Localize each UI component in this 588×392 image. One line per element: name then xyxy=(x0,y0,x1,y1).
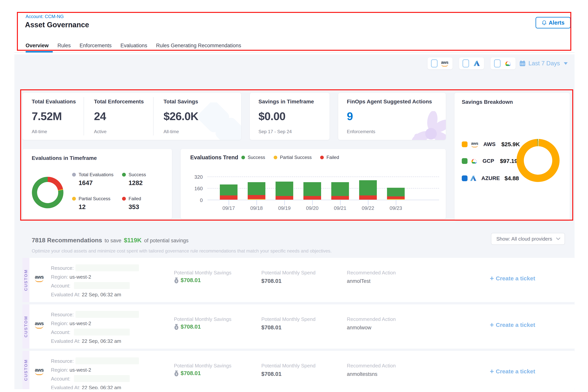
finops-actions-label: FinOps Agent Suggested Actions xyxy=(347,98,432,105)
total-evaluations-value: 7.52M xyxy=(32,110,62,122)
tab-enforcements[interactable]: Enforcements xyxy=(80,43,112,48)
breakdown-value: $25.9K xyxy=(501,141,520,148)
money-bag-icon: $ xyxy=(174,324,179,330)
bar-segment xyxy=(220,184,238,196)
evaluations-timeframe-card: Evaluations in Timeframe Total Evaluatio… xyxy=(22,149,172,219)
provider-filter-azure[interactable] xyxy=(459,58,484,69)
create-ticket-button[interactable]: + Create a ticket xyxy=(490,368,535,376)
account-label: Account: xyxy=(51,329,70,335)
x-axis-tick xyxy=(229,200,229,205)
gcp-checkbox[interactable] xyxy=(494,60,500,68)
bar-segment xyxy=(248,182,265,195)
spend-label: Potential Monthly Spend xyxy=(261,363,316,369)
aws-checkbox[interactable] xyxy=(431,60,438,68)
gcp-swatch xyxy=(462,158,468,164)
date-range-picker[interactable]: Last 7 Days xyxy=(519,58,568,68)
svg-text:$: $ xyxy=(176,280,177,283)
total-enforcements-sub: Active xyxy=(94,129,106,134)
trend-bars-plot xyxy=(208,171,440,200)
recommendations-mid: to save xyxy=(104,238,121,244)
success-dot-icon xyxy=(122,173,126,176)
savings-value-row: $ $708.01 xyxy=(174,324,201,330)
bar-segment xyxy=(248,199,265,200)
total-savings-label: Total Savings xyxy=(164,98,198,105)
active-tab-underline xyxy=(26,51,53,52)
bar-segment xyxy=(304,182,321,196)
azure-checkbox[interactable] xyxy=(462,60,469,68)
total-savings-sub: All-time xyxy=(164,129,179,134)
create-ticket-button[interactable]: + Create a ticket xyxy=(490,274,535,282)
bar-segment xyxy=(276,182,293,196)
aws-swatch xyxy=(462,142,468,147)
account-label: Account: xyxy=(51,283,70,289)
total-dot-icon xyxy=(72,173,76,176)
breakdown-provider: AWS xyxy=(483,141,496,148)
x-axis-label: 09/21 xyxy=(328,205,352,211)
create-ticket-button[interactable]: + Create a ticket xyxy=(490,321,535,329)
breakdown-legend-azure: AZURE $4.88 xyxy=(462,175,519,182)
bar-segment xyxy=(387,188,405,196)
x-axis-label: 09/20 xyxy=(301,205,324,211)
page-title: Asset Governance xyxy=(25,21,89,29)
aws-logo-icon: aws xyxy=(441,60,448,67)
action-label: Recommended Action xyxy=(347,270,396,276)
savings-timeframe-card: Savings in Timeframe $0.00 Sep 17 - Sep … xyxy=(250,93,330,140)
resource-redacted xyxy=(76,311,139,318)
provider-filter-aws[interactable]: aws xyxy=(428,58,452,69)
aws-logo-icon: aws xyxy=(35,274,44,282)
spend-label: Potential Monthly Spend xyxy=(261,316,316,322)
resource-redacted xyxy=(76,358,139,364)
breakdown-value: $97.19 xyxy=(500,158,518,164)
tab-rules[interactable]: Rules xyxy=(58,43,71,48)
trend-ticks xyxy=(208,200,440,206)
action-label: Recommended Action xyxy=(347,363,396,369)
breakdown-provider: AZURE xyxy=(481,175,500,182)
resource-redacted xyxy=(76,264,139,271)
recommendations-tail: of potential savings xyxy=(144,238,188,244)
evaluations-donut-hole xyxy=(37,182,58,203)
x-axis-label: 09/17 xyxy=(217,205,240,211)
x-axis-tick xyxy=(284,200,285,205)
action-value: anmolTest xyxy=(347,278,370,284)
breakdown-legend-aws: aws AWS $25.9K xyxy=(462,140,520,148)
legend-total-value: 1647 xyxy=(78,179,113,186)
x-axis-tick xyxy=(312,200,313,205)
gcp-logo-icon xyxy=(504,60,512,66)
custom-tag: CUSTOM xyxy=(22,304,30,348)
alerts-button[interactable]: Alerts xyxy=(536,17,571,28)
savings-value: $708.01 xyxy=(181,370,201,376)
bar-segment xyxy=(387,199,405,200)
bar-segment xyxy=(331,182,349,196)
recommendation-row: CUSTOM aws Resource: Region: us-west-2 A… xyxy=(22,304,574,348)
breakdown-value: $4.88 xyxy=(504,175,519,182)
provider-filter-gcp[interactable] xyxy=(490,58,516,69)
create-ticket-label: Create a ticket xyxy=(496,322,535,328)
savings-breakdown-title: Savings Breakdown xyxy=(462,99,513,105)
failed-dot-icon xyxy=(320,156,324,159)
account-redacted xyxy=(74,282,130,289)
legend-failed: Failed 353 xyxy=(122,196,141,210)
savings-value-row: $ $708.01 xyxy=(174,370,201,376)
evaluated-line: Evaluated At: 22 Sep, 06:32 am xyxy=(51,338,121,344)
money-bag-icon: $ xyxy=(174,370,179,376)
savings-donut-hole xyxy=(524,146,552,175)
date-range-label: Last 7 Days xyxy=(528,60,560,67)
tab-evaluations[interactable]: Evaluations xyxy=(120,43,148,48)
x-axis-label: 09/22 xyxy=(356,205,380,211)
tab-rules-generating-recommendations[interactable]: Rules Generating Recommendations xyxy=(156,43,241,48)
cloud-provider-filter-dropdown[interactable]: Show: All cloud providers xyxy=(491,233,565,245)
aws-logo-icon: aws xyxy=(471,141,478,148)
bar-segment xyxy=(220,196,238,200)
x-axis-label: 09/19 xyxy=(273,205,296,211)
bar-segment xyxy=(304,196,321,200)
resource-label: Resource: xyxy=(51,358,74,364)
x-axis-label: 09/18 xyxy=(245,205,268,211)
resource-label: Resource: xyxy=(51,265,74,271)
account-breadcrumb[interactable]: Account: CCM-NG xyxy=(26,14,64,19)
tab-overview[interactable]: Overview xyxy=(26,43,48,48)
resource-label: Resource: xyxy=(51,312,74,318)
recommendations-count: 7818 Recommendations xyxy=(32,237,102,244)
tab-bar: Overview Rules Enforcements Evaluations … xyxy=(26,43,241,48)
svg-text:$: $ xyxy=(176,372,177,376)
aws-logo-icon: aws xyxy=(35,368,44,375)
